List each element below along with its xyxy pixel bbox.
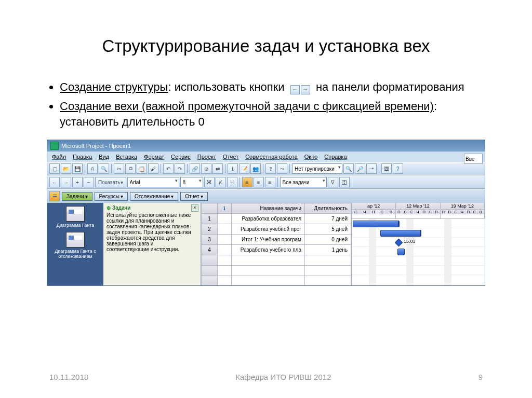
filter-dropdown[interactable]: Все задачи (280, 177, 327, 187)
goto-icon[interactable]: ⤳ (277, 163, 287, 174)
bullet-2: Создание вехи (важной промежуточной зада… (60, 99, 485, 129)
col-rownum[interactable] (202, 203, 218, 214)
gantt-timescale: ар '12СЧПСВ 12 Мар '12ПВСЧПСВ 19 Мар '12… (352, 203, 485, 219)
save-icon[interactable]: 💾 (72, 163, 83, 174)
goto-task-icon[interactable]: ⭲ (366, 163, 377, 174)
table-row[interactable]: 4Разработка учебного пла1 день (202, 245, 351, 255)
footer-date: 10.11.2018 (49, 373, 88, 381)
bullet-1-text-b: на панели форматирования (316, 80, 464, 93)
tab-resources[interactable]: Ресурсы ▾ (95, 192, 128, 201)
menu-project[interactable]: Проект (195, 153, 219, 161)
window-titlebar: Microsoft Project - Проект1 (47, 140, 485, 152)
font-dropdown[interactable]: Arial (127, 177, 179, 187)
col-info[interactable]: ℹ (218, 203, 232, 214)
menu-help[interactable]: Справка (322, 153, 349, 161)
col-duration[interactable]: Длительность (305, 203, 351, 214)
window-title: Microsoft Project - Проект1 (61, 143, 131, 149)
format-painter-icon[interactable]: 🖌 (148, 163, 158, 174)
bullet-2-under: Создание вехи (важной промежуточной зада… (60, 100, 434, 113)
zoom-in-icon[interactable]: 🔍 (343, 163, 354, 174)
assign-icon[interactable]: 👥 (250, 163, 261, 174)
plus-icon[interactable]: + (72, 177, 83, 187)
workarea: Диаграмма Ганта Диаграмма Ганта с отслеж… (47, 203, 485, 286)
table-row[interactable] (202, 255, 351, 266)
menu-format[interactable]: Формат (141, 153, 167, 161)
notes-icon[interactable]: 📝 (239, 163, 249, 174)
milestone-label: 15.03 (404, 239, 416, 244)
new-icon[interactable]: ▢ (49, 163, 60, 174)
tab-tasks[interactable]: Задачи ▾ (62, 192, 92, 201)
slide-title: Структурирование задач и установка вех (47, 36, 485, 56)
slide-footer: 10.11.2018 Кафедра ИТО РИВШ 2012 9 (0, 373, 532, 381)
redo-icon[interactable]: ↷ (175, 163, 185, 174)
menubar: Файл Правка Вид Вставка Формат Сервис Пр… (47, 152, 485, 162)
guide-title: Задачи (112, 205, 130, 211)
paste-icon[interactable]: 📋 (137, 163, 147, 174)
help-icon[interactable]: ? (393, 163, 403, 174)
guide-pane: ⊕Задачи × Используйте расположенные ниже… (103, 203, 201, 286)
view-gantt[interactable]: Диаграмма Ганта (57, 206, 95, 228)
undo-icon[interactable]: ↶ (163, 163, 174, 174)
outdent-button[interactable]: ← (49, 177, 60, 187)
menu-edit[interactable]: Правка (70, 153, 95, 161)
wizard-icon[interactable]: ⚿ (339, 177, 350, 187)
split-icon[interactable]: ⇄ (212, 163, 223, 174)
tab-tracking[interactable]: Отслеживание ▾ (130, 192, 178, 201)
autofilter-icon[interactable]: ∇ (328, 177, 338, 187)
table-row[interactable]: 3Итог 1: Учебная програм0 дней (202, 235, 351, 245)
gantt-bar[interactable] (397, 249, 405, 255)
guide-body: Используйте расположенные ниже ссылки дл… (107, 212, 197, 252)
guide-close-button[interactable]: × (191, 204, 198, 212)
gantt-milestone[interactable] (395, 239, 403, 247)
link-icon[interactable]: 🔗 (190, 163, 200, 174)
info-header-icon: ℹ (223, 205, 225, 211)
unlink-icon[interactable]: ⊘ (201, 163, 211, 174)
menu-view[interactable]: Вид (96, 153, 112, 161)
italic-button[interactable]: К (216, 177, 226, 187)
align-center-icon[interactable]: ≡ (254, 177, 264, 187)
align-right-icon[interactable]: ≡ (265, 177, 275, 187)
menu-insert[interactable]: Вставка (113, 153, 140, 161)
bold-button[interactable]: Ж (204, 177, 215, 187)
menu-tools[interactable]: Сервис (168, 153, 193, 161)
preview-icon[interactable]: 🔍 (99, 163, 109, 174)
print-icon[interactable]: ⎙ (87, 163, 98, 174)
table-row[interactable]: 1Разработка образовател7 дней (202, 214, 351, 224)
msproject-window: Microsoft Project - Проект1 Файл Правка … (47, 140, 485, 286)
gantt-chart[interactable]: ар '12СЧПСВ 12 Мар '12ПВСЧПСВ 19 Мар '12… (351, 203, 485, 286)
info-icon[interactable]: ℹ (228, 163, 238, 174)
zoom-out-icon[interactable]: 🔎 (355, 163, 365, 174)
guide-toggle-icon[interactable]: ☰ (49, 191, 60, 201)
toolbar-standard: ▢ 📂 💾 ⎙ 🔍 ✂ ⧉ 📋 🖌 ↶ ↷ 🔗 ⊘ ⇄ ℹ 📝 👥 ⇪ ⤳ (47, 162, 485, 175)
group-dropdown[interactable]: Нет группировки (292, 163, 342, 174)
align-left-icon[interactable]: ≡ (242, 177, 252, 187)
outdent-icon: ← (290, 85, 300, 94)
bullet-1-text-a: : использовать кнопки (168, 80, 284, 93)
cut-icon[interactable]: ✂ (114, 163, 124, 174)
copy-icon[interactable]: ⧉ (125, 163, 136, 174)
menu-file[interactable]: Файл (49, 153, 69, 161)
gantt-bar[interactable] (353, 221, 400, 227)
view-gantt-tracking[interactable]: Диаграмма Ганта с отслеживанием (49, 232, 101, 259)
indent-button[interactable]: → (61, 177, 71, 187)
col-taskname[interactable]: Название задачи (232, 203, 305, 214)
menu-report[interactable]: Отчет (220, 153, 241, 161)
copy-picture-icon[interactable]: 🖼 (381, 163, 392, 174)
underline-button[interactable]: Ч (227, 177, 237, 187)
minus-icon[interactable]: − (84, 177, 94, 187)
menu-window[interactable]: Окно (302, 153, 321, 161)
gantt-body: 15.03 (352, 219, 485, 286)
gantt-bar[interactable] (380, 230, 421, 237)
open-icon[interactable]: 📂 (61, 163, 71, 174)
indent-icon: → (301, 85, 310, 94)
show-outline-button[interactable]: Показать ▾ (95, 177, 126, 187)
table-row[interactable] (202, 276, 351, 286)
menu-collab[interactable]: Совместная работа (243, 153, 300, 161)
publish-icon[interactable]: ⇪ (265, 163, 276, 174)
footer-center: Кафедра ИТО РИВШ 2012 (235, 373, 331, 381)
fontsize-dropdown[interactable]: 8 (180, 177, 203, 187)
table-row[interactable]: 2Разработка учебной прог5 дней (202, 224, 351, 235)
table-row[interactable] (202, 266, 351, 276)
tab-report[interactable]: Отчет ▾ (180, 192, 207, 201)
help-search-input[interactable] (464, 154, 483, 164)
